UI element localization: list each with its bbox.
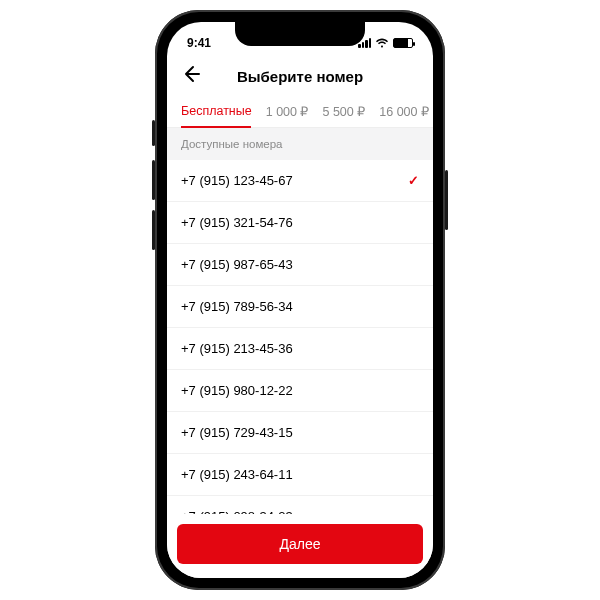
tab-underline (181, 126, 251, 128)
notch (235, 22, 365, 46)
screen: 9:41 Выберите номер Бесплатные1 000 ₽5 5… (167, 22, 433, 578)
wifi-icon (375, 38, 389, 48)
tab-3[interactable]: 16 000 ₽ (379, 96, 429, 127)
arrow-left-icon (181, 64, 201, 84)
number-row[interactable]: +7 (915) 987-65-43 (167, 244, 433, 286)
phone-number: +7 (915) 243-64-11 (181, 467, 293, 482)
next-button[interactable]: Далее (177, 524, 423, 564)
number-row[interactable]: +7 (915) 729-43-15 (167, 412, 433, 454)
phone-number: +7 (915) 980-12-22 (181, 383, 293, 398)
side-button (152, 160, 155, 200)
footer: Далее (167, 514, 433, 578)
number-row[interactable]: +7 (915) 213-45-36 (167, 328, 433, 370)
phone-number: +7 (915) 789-56-34 (181, 299, 293, 314)
number-row[interactable]: +7 (915) 123-45-67✓ (167, 160, 433, 202)
tab-0[interactable]: Бесплатные (181, 96, 252, 127)
page-title: Выберите номер (237, 68, 363, 85)
side-button (152, 210, 155, 250)
number-row[interactable]: +7 (915) 243-64-11 (167, 454, 433, 496)
check-icon: ✓ (408, 173, 419, 188)
phone-number: +7 (915) 987-65-43 (181, 257, 293, 272)
phone-number: +7 (915) 123-45-67 (181, 173, 293, 188)
number-row[interactable]: +7 (915) 321-54-76 (167, 202, 433, 244)
price-tabs: Бесплатные1 000 ₽5 500 ₽16 000 ₽ (167, 96, 433, 128)
header: Выберите номер (167, 56, 433, 96)
number-row[interactable]: +7 (915) 789-56-34 (167, 286, 433, 328)
phone-number: +7 (915) 213-45-36 (181, 341, 293, 356)
tab-1[interactable]: 1 000 ₽ (266, 96, 309, 127)
section-header: Доступные номера (167, 128, 433, 160)
side-button (445, 170, 448, 230)
status-time: 9:41 (187, 36, 211, 50)
phone-number: +7 (915) 321-54-76 (181, 215, 293, 230)
back-button[interactable] (181, 64, 201, 88)
status-indicators (358, 38, 413, 48)
number-row[interactable]: +7 (915) 980-12-22 (167, 370, 433, 412)
phone-frame: 9:41 Выберите номер Бесплатные1 000 ₽5 5… (155, 10, 445, 590)
side-button (152, 120, 155, 146)
phone-number: +7 (915) 729-43-15 (181, 425, 293, 440)
battery-icon (393, 38, 413, 48)
tab-2[interactable]: 5 500 ₽ (322, 96, 365, 127)
